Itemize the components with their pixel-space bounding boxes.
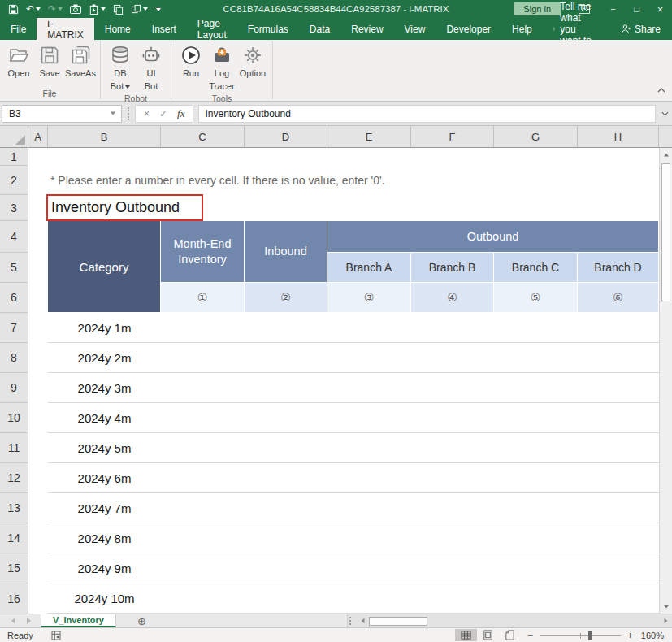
instruction-note-cell[interactable]: * Please enter a number in every cell. I…: [50, 166, 385, 195]
tab-home[interactable]: Home: [94, 18, 141, 40]
table-header-month-end-inventory[interactable]: Month-End Inventory: [161, 221, 245, 283]
table-header-outbound[interactable]: Outbound: [327, 221, 659, 253]
zoom-level[interactable]: 160%: [639, 631, 672, 640]
qat-redo-button[interactable]: ↷: [48, 4, 63, 14]
previous-sheet-button[interactable]: [11, 618, 15, 624]
macro-record-icon[interactable]: [51, 631, 61, 640]
close-button[interactable]: ×: [648, 0, 672, 18]
tab-view[interactable]: View: [394, 18, 436, 40]
table-row[interactable]: 2024y 2m: [48, 343, 659, 373]
name-box[interactable]: B3: [2, 105, 122, 123]
scroll-right-button[interactable]: [659, 618, 672, 624]
save-button[interactable]: Save: [34, 42, 65, 79]
open-button[interactable]: Open: [3, 42, 34, 79]
ui-bot-button[interactable]: UI Bot: [136, 42, 167, 92]
minimize-button[interactable]: −: [601, 0, 625, 18]
column-mark-5[interactable]: ⑤: [494, 283, 578, 313]
share-button[interactable]: Share: [609, 18, 672, 40]
row-header-3[interactable]: 3: [0, 195, 28, 221]
qat-paste-button[interactable]: [89, 4, 106, 15]
next-sheet-button[interactable]: [27, 618, 31, 624]
column-mark-2[interactable]: ②: [245, 283, 327, 313]
table-header-branch-d[interactable]: Branch D: [578, 253, 659, 283]
table-row[interactable]: 2024y 10m: [48, 583, 659, 614]
table-row[interactable]: 2024y 9m: [48, 553, 659, 583]
row-header-15[interactable]: 15: [0, 553, 28, 583]
column-header-b[interactable]: B: [48, 126, 161, 147]
column-header-f[interactable]: F: [411, 126, 494, 147]
vertical-scrollbar-thumb[interactable]: [661, 163, 670, 301]
column-header-g[interactable]: G: [494, 126, 578, 147]
zoom-slider-thumb[interactable]: [588, 631, 592, 640]
column-header-a[interactable]: A: [28, 126, 48, 147]
row-header-12[interactable]: 12: [0, 463, 28, 493]
page-layout-view-button[interactable]: [477, 629, 499, 641]
month-cell[interactable]: 2024y 2m: [48, 343, 161, 372]
tab-help[interactable]: Help: [501, 18, 543, 40]
column-header-c[interactable]: C: [161, 126, 245, 147]
vertical-scrollbar[interactable]: [659, 148, 672, 614]
table-row[interactable]: 2024y 1m: [48, 313, 659, 343]
zoom-slider[interactable]: [540, 630, 621, 641]
sheet-tab-v-inventory[interactable]: V_Inventory: [41, 614, 116, 627]
formula-input[interactable]: Inventory Outbound: [198, 105, 656, 123]
row-header-16[interactable]: 16: [0, 583, 28, 614]
column-mark-1[interactable]: ①: [161, 283, 245, 313]
qat-duplicate-button[interactable]: [131, 4, 148, 15]
new-sheet-button[interactable]: ⊕: [137, 614, 146, 627]
column-header-d[interactable]: D: [245, 126, 327, 147]
table-row[interactable]: 2024y 7m: [48, 493, 659, 523]
tab-page-layout[interactable]: Page Layout: [187, 18, 237, 40]
run-button[interactable]: Run: [176, 42, 206, 79]
row-header-5[interactable]: 5: [0, 253, 28, 283]
cells-area[interactable]: * Please enter a number in every cell. I…: [28, 148, 659, 614]
row-header-4[interactable]: 4: [0, 221, 28, 253]
table-header-category[interactable]: Category: [48, 221, 161, 313]
qat-more-button[interactable]: [155, 7, 161, 11]
db-bot-button[interactable]: DB Bot: [105, 42, 136, 92]
collapse-ribbon-button[interactable]: [657, 81, 665, 96]
log-tracer-button[interactable]: Log Tracer: [206, 42, 237, 92]
selected-title-cell-b3[interactable]: Inventory Outbound: [46, 194, 203, 221]
zoom-in-button[interactable]: +: [621, 630, 639, 641]
column-header-h[interactable]: H: [578, 126, 659, 147]
scroll-up-button[interactable]: [660, 148, 672, 162]
scroll-down-button[interactable]: [660, 600, 672, 614]
row-header-6[interactable]: 6: [0, 283, 28, 313]
row-header-13[interactable]: 13: [0, 493, 28, 523]
tell-me-box[interactable]: Tell me what you want to do: [543, 18, 609, 40]
month-cell[interactable]: 2024y 10m: [48, 583, 161, 613]
qat-save-button[interactable]: [8, 4, 19, 15]
row-header-1[interactable]: 1: [0, 148, 28, 166]
month-cell[interactable]: 2024y 6m: [48, 463, 161, 492]
month-cell[interactable]: 2024y 5m: [48, 433, 161, 462]
horizontal-scrollbar[interactable]: [347, 614, 672, 627]
tab-data[interactable]: Data: [299, 18, 340, 40]
row-header-2[interactable]: 2: [0, 166, 28, 195]
qat-undo-button[interactable]: ↶: [26, 4, 41, 14]
tab-i-matrix[interactable]: i-MATRIX: [37, 18, 93, 40]
name-box-dropdown-icon[interactable]: [111, 112, 115, 115]
table-row[interactable]: 2024y 8m: [48, 523, 659, 553]
tab-formulas[interactable]: Formulas: [237, 18, 299, 40]
table-row[interactable]: 2024y 5m: [48, 433, 659, 463]
table-header-inbound[interactable]: Inbound: [245, 221, 327, 283]
insert-function-button[interactable]: fx: [177, 107, 184, 120]
table-header-branch-c[interactable]: Branch C: [494, 253, 578, 283]
row-header-10[interactable]: 10: [0, 403, 28, 433]
maximize-button[interactable]: □: [625, 0, 648, 18]
tab-file[interactable]: File: [0, 18, 37, 40]
normal-view-button[interactable]: [455, 629, 477, 641]
scrollbar-resize-handle[interactable]: [349, 617, 351, 625]
qat-copy-button[interactable]: [113, 4, 124, 15]
table-header-branch-a[interactable]: Branch A: [327, 253, 411, 283]
table-row[interactable]: 2024y 6m: [48, 463, 659, 493]
month-cell[interactable]: 2024y 1m: [48, 313, 161, 342]
row-header-8[interactable]: 8: [0, 343, 28, 373]
column-mark-4[interactable]: ④: [411, 283, 494, 313]
row-header-9[interactable]: 9: [0, 373, 28, 403]
month-cell[interactable]: 2024y 9m: [48, 553, 161, 583]
enter-entry-button[interactable]: ✓: [159, 109, 167, 119]
column-header-e[interactable]: E: [327, 126, 411, 147]
column-mark-3[interactable]: ③: [327, 283, 411, 313]
